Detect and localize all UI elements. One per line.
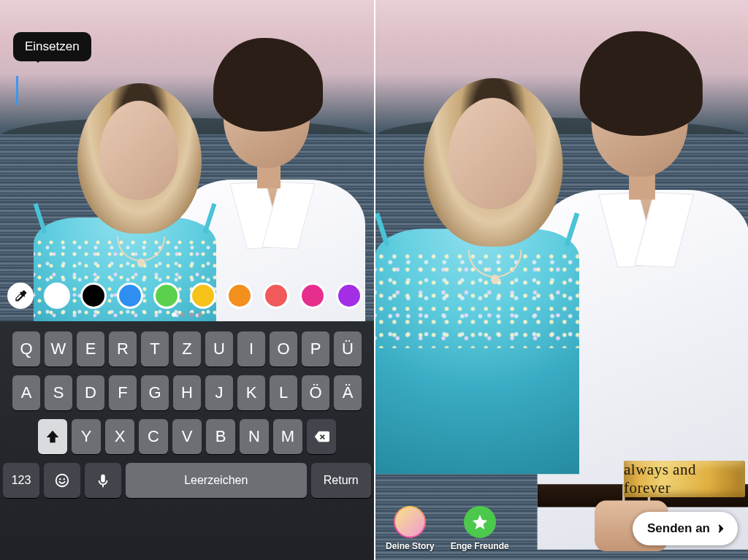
caption-text: always and forever	[624, 461, 745, 497]
space-key[interactable]: Leerzeichen	[126, 463, 307, 498]
key-s[interactable]: S	[45, 375, 72, 410]
key-n[interactable]: N	[240, 419, 269, 454]
mic-icon	[95, 472, 111, 488]
color-swatch-1[interactable]	[80, 283, 107, 309]
your-story-button[interactable]: Deine Story	[386, 506, 435, 551]
key-row-3: YXCVBNM	[3, 419, 371, 454]
story-text-editor-panel: Einsetzen QWERTZUIOPÜ ASDFGHJKLÖÄ YXCVBN…	[0, 0, 374, 560]
key-k[interactable]: K	[237, 375, 265, 410]
key-r[interactable]: R	[109, 331, 137, 367]
color-swatch-7[interactable]	[299, 283, 326, 309]
page-dot[interactable]	[180, 312, 185, 317]
color-swatch-5[interactable]	[226, 283, 253, 309]
person-left	[409, 57, 548, 323]
return-key[interactable]: Return	[311, 463, 372, 498]
key-ü[interactable]: Ü	[334, 331, 362, 367]
backspace-key[interactable]	[307, 419, 336, 454]
caption-gold-brush[interactable]: always and forever	[624, 461, 745, 497]
mic-key[interactable]	[85, 463, 121, 498]
key-l[interactable]: L	[270, 375, 297, 410]
color-swatch-2[interactable]	[117, 283, 143, 309]
story-share-panel: always and forever Deine Story Enge Freu…	[374, 0, 748, 560]
close-friends-button[interactable]: Enge Freunde	[451, 506, 509, 551]
page-dot[interactable]	[172, 312, 176, 317]
key-c[interactable]: C	[139, 419, 168, 454]
key-u[interactable]: U	[205, 331, 233, 367]
color-swatch-8[interactable]	[336, 283, 362, 309]
key-o[interactable]: O	[270, 331, 297, 367]
star-icon	[471, 513, 489, 531]
emoji-key[interactable]	[44, 463, 80, 498]
close-friends-label: Enge Freunde	[451, 541, 509, 551]
send-to-label: Senden an	[647, 521, 710, 536]
shift-icon	[45, 429, 61, 445]
color-swatch-6[interactable]	[263, 283, 289, 309]
key-j[interactable]: J	[205, 375, 233, 410]
story-avatar-ring	[394, 506, 426, 538]
key-q[interactable]: Q	[12, 331, 40, 367]
color-swatch-0[interactable]	[44, 283, 70, 309]
key-d[interactable]: D	[77, 375, 104, 410]
eyedropper-icon	[13, 288, 28, 303]
key-e[interactable]: E	[77, 331, 104, 367]
svg-point-0	[56, 475, 69, 487]
key-b[interactable]: B	[206, 419, 235, 454]
eyedropper-button[interactable]	[7, 283, 34, 309]
key-row-2: ASDFGHJKLÖÄ	[3, 375, 371, 410]
backspace-icon	[313, 429, 329, 445]
key-h[interactable]: H	[173, 375, 201, 410]
key-x[interactable]: X	[105, 419, 134, 454]
color-swatch-4[interactable]	[190, 283, 216, 309]
key-y[interactable]: Y	[72, 419, 101, 454]
svg-point-1	[59, 478, 61, 480]
story-bottom-bar: Deine Story Enge Freunde Senden an	[375, 506, 748, 551]
key-g[interactable]: G	[141, 375, 169, 410]
text-cursor[interactable]	[16, 76, 18, 105]
key-ä[interactable]: Ä	[334, 375, 362, 410]
key-row-4: 123 Leerzeichen Return	[3, 463, 371, 498]
paste-tooltip[interactable]: Einsetzen	[13, 32, 91, 61]
emoji-icon	[54, 472, 70, 488]
numbers-key[interactable]: 123	[3, 463, 39, 498]
page-dot[interactable]	[198, 312, 202, 317]
page-dot[interactable]	[189, 312, 194, 317]
key-w[interactable]: W	[45, 331, 72, 367]
person-left	[64, 64, 188, 302]
key-ö[interactable]: Ö	[302, 375, 329, 410]
key-a[interactable]: A	[12, 375, 40, 410]
close-friends-icon-ring	[464, 506, 496, 538]
key-f[interactable]: F	[109, 375, 137, 410]
svg-point-2	[64, 478, 65, 480]
key-p[interactable]: P	[302, 331, 329, 367]
color-palette-row	[0, 278, 374, 313]
key-row-1: QWERTZUIOPÜ	[3, 331, 371, 367]
key-i[interactable]: I	[237, 331, 265, 367]
key-z[interactable]: Z	[173, 331, 201, 367]
send-to-button[interactable]: Senden an	[633, 512, 738, 545]
person-right	[554, 26, 725, 353]
color-swatch-3[interactable]	[153, 283, 180, 309]
key-t[interactable]: T	[141, 331, 169, 367]
your-story-label: Deine Story	[386, 541, 435, 551]
key-m[interactable]: M	[273, 419, 302, 454]
shift-key[interactable]	[38, 419, 67, 454]
key-v[interactable]: V	[172, 419, 202, 454]
palette-page-dots	[0, 312, 374, 317]
soft-keyboard: QWERTZUIOPÜ ASDFGHJKLÖÄ YXCVBNM 123 Leer…	[0, 321, 374, 560]
chevron-right-icon	[714, 522, 728, 535]
